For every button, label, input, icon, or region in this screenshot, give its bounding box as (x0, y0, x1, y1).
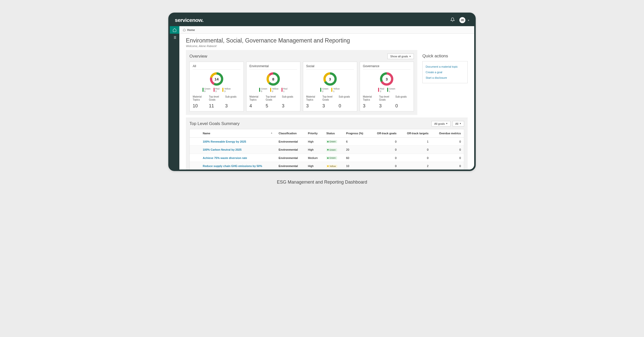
stat-label-sub-goals: Sub-goals (225, 95, 240, 101)
status-dot-icon (327, 149, 329, 150)
quick-action-link[interactable]: Document a material topic (426, 64, 464, 69)
notifications-button[interactable] (450, 17, 455, 23)
breadcrumb-home[interactable]: Home (187, 28, 195, 31)
legend-swatch (214, 88, 215, 92)
col-priority[interactable]: Priority (305, 129, 323, 138)
cell-overdue: 0 (431, 162, 464, 170)
cell-priority: High (305, 162, 323, 170)
goal-name-link[interactable]: 100% Carbon Neutral by 2025 (203, 148, 242, 151)
row-spacer (190, 146, 200, 154)
cell-off-targets: 1 (399, 137, 431, 146)
card-legend: Green8 Red3 Yellow3 (193, 88, 240, 93)
all-goals-filter-button[interactable]: All goals ▼ (431, 121, 451, 127)
stat-val-sub-goals: 0 (395, 103, 411, 109)
stat-label-sub-goals: Sub-goals (395, 95, 411, 101)
card-stats: Material Topics4 Top-level Goals5 Sub-go… (250, 95, 297, 109)
cell-off-goals: 0 (370, 137, 399, 146)
overview-cards: All 14 Green8 Red3 Yellow3 Material Topi… (189, 62, 414, 111)
col-status[interactable]: Status (323, 129, 343, 138)
user-avatar[interactable]: JD (459, 17, 465, 23)
legend-value: 8 (204, 90, 211, 93)
all-filter-button[interactable]: All ▼ (453, 121, 464, 127)
stat-label-top-level: Top-level Goals (266, 95, 281, 101)
table-row[interactable]: Reduce supply chain GHG emissions by 50%… (190, 162, 464, 170)
home-small-icon (183, 28, 186, 31)
legend-value: 1 (283, 90, 288, 93)
cell-off-goals: 0 (370, 146, 399, 154)
stat-val-material: 3 (306, 103, 321, 109)
quick-actions-box: Document a material topicCreate a goalSt… (422, 61, 468, 83)
card-stats: Material Topics3 Top-level Goals3 Sub-go… (363, 95, 411, 109)
caret-down-icon: ▼ (459, 122, 461, 125)
cell-status: Yellow (323, 162, 343, 170)
quick-action-link[interactable]: Create a goal (426, 69, 464, 75)
quick-action-link[interactable]: Start a disclosure (426, 75, 464, 80)
legend-value: 2 (322, 90, 328, 93)
overview-title: Overview (189, 54, 207, 59)
row-spacer (190, 137, 200, 146)
show-all-goals-label: Show all goals (390, 55, 408, 58)
bell-icon (450, 17, 455, 22)
donut-wrap: 8 (250, 72, 297, 86)
legend-swatch (281, 88, 283, 92)
quick-actions-title: Quick actions (422, 54, 468, 59)
card-title: All (193, 64, 240, 70)
donut-total: 14 (210, 72, 223, 86)
show-all-goals-button[interactable]: Show all goals ▼ (387, 54, 414, 59)
col-classification[interactable]: Classification (276, 129, 305, 138)
legend-value: 1 (333, 90, 340, 93)
overview-card[interactable]: All 14 Green8 Red3 Yellow3 Material Topi… (189, 62, 244, 111)
status-dot-icon (327, 157, 329, 159)
cell-priority: High (305, 137, 323, 146)
legend-item: Green2 (320, 88, 328, 93)
home-icon (173, 28, 177, 32)
overview-card[interactable]: Environmental 8 Green5 Yellow2 Red1 Mate… (246, 62, 301, 111)
chevron-down-icon: ▾ (468, 19, 469, 22)
donut-chart: 3 (380, 72, 393, 86)
stat-label-sub-goals: Sub-goals (339, 95, 354, 101)
legend-swatch (203, 88, 204, 92)
scroll-area[interactable]: Overview Show all goals ▼ All 14 Gr (179, 50, 474, 170)
col-overdue[interactable]: Overdue metrics (431, 129, 464, 138)
page-title: Environmental, Social, Governance Manage… (186, 37, 468, 44)
stat-val-material: 4 (250, 103, 265, 109)
goals-table-wrap: Name▲ Classification Priority Status Pro… (189, 129, 464, 170)
legend-item: Yellow3 (222, 88, 231, 93)
status-badge: Green (326, 148, 337, 151)
overview-panel: Overview Show all goals ▼ All 14 Gr (186, 50, 417, 115)
cell-priority: Medium (305, 154, 323, 162)
overview-card[interactable]: Governance 3 Red2 Green1 Material Topics… (360, 62, 414, 111)
goal-name-link[interactable]: Achieve 75% waste diversion rate (203, 156, 247, 159)
legend-value: 2 (380, 90, 384, 93)
table-row[interactable]: 100% Carbon Neutral by 2025 Environmenta… (190, 146, 464, 154)
cell-priority: High (305, 146, 323, 154)
goal-name-link[interactable]: 100% Renewable Energy by 2025 (203, 140, 246, 143)
card-title: Governance (363, 64, 411, 70)
overview-card[interactable]: Social 3 Green2 Yellow1 Material Topics3… (303, 62, 357, 111)
legend-swatch (331, 88, 332, 92)
stat-val-sub-goals: 0 (339, 103, 354, 109)
overview-head: Overview Show all goals ▼ (189, 54, 414, 59)
table-row[interactable]: Achieve 75% waste diversion rate Environ… (190, 154, 464, 162)
col-progress[interactable]: Progress (%) (343, 129, 370, 138)
status-badge: Yellow (326, 165, 337, 168)
cell-status: Green (323, 137, 343, 146)
col-name[interactable]: Name▲ (200, 129, 276, 138)
legend-item: Green8 (203, 88, 211, 93)
donut-chart: 14 (210, 72, 223, 86)
rail-list-button[interactable] (170, 34, 179, 41)
legend-swatch (222, 88, 223, 92)
col-off-targets[interactable]: Off-track targets (399, 129, 431, 138)
navbar-right: JD ▾ (450, 17, 469, 23)
card-legend: Green2 Yellow1 (306, 88, 354, 93)
legend-item: Green5 (259, 88, 267, 93)
donut-wrap: 3 (363, 72, 411, 86)
rail-home-button[interactable] (170, 26, 179, 34)
table-row[interactable]: 100% Renewable Energy by 2025 Environmen… (190, 137, 464, 146)
stat-label-top-level: Top-level Goals (379, 95, 394, 101)
page-header: Environmental, Social, Governance Manage… (179, 34, 474, 50)
status-dot-icon (327, 141, 329, 142)
stat-val-top-level: 3 (379, 103, 394, 109)
goal-name-link[interactable]: Reduce supply chain GHG emissions by 50% (203, 164, 262, 167)
col-off-goals[interactable]: Off-track goals (370, 129, 399, 138)
